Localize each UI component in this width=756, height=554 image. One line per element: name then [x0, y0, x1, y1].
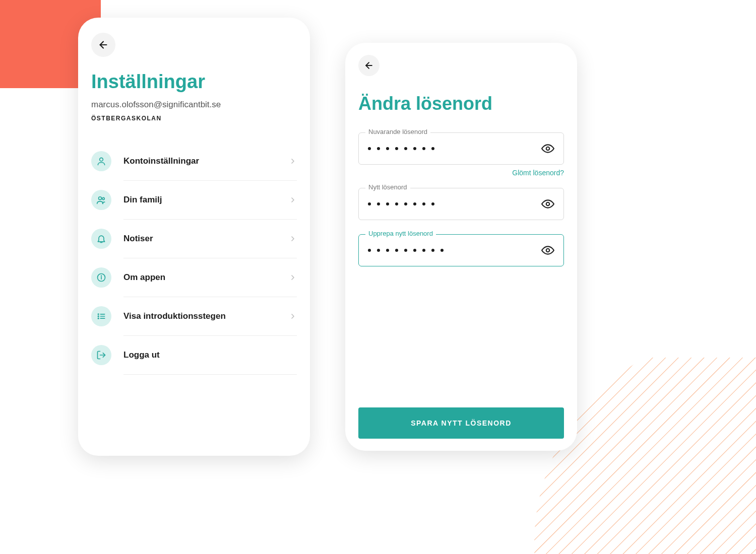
- divider: [123, 374, 297, 375]
- menu-item-account[interactable]: Kontoinställningar: [91, 142, 297, 180]
- current-password-wrap: Nuvarande lösenord: [358, 132, 564, 165]
- menu-item-about[interactable]: Om appen: [91, 258, 297, 297]
- menu-item-intro[interactable]: Visa introduktionsstegen: [91, 297, 297, 335]
- toggle-visibility-button[interactable]: [541, 142, 554, 155]
- field-label: Nytt lösenord: [365, 183, 410, 191]
- eye-icon: [541, 142, 554, 155]
- user-email: marcus.olofsson@significantbit.se: [91, 100, 297, 110]
- password-dots: [368, 202, 541, 205]
- svg-point-4: [99, 197, 102, 200]
- svg-point-18: [546, 202, 550, 206]
- repeat-password-input[interactable]: [358, 234, 564, 266]
- page-title: Ändra lösenord: [358, 93, 564, 114]
- toggle-visibility-button[interactable]: [541, 244, 554, 257]
- page-title: Inställningar: [91, 71, 297, 93]
- svg-point-5: [102, 197, 104, 199]
- chevron-right-icon: [289, 196, 297, 204]
- chevron-right-icon: [289, 235, 297, 243]
- bell-icon: [91, 229, 111, 249]
- list-icon: [91, 306, 111, 326]
- chevron-right-icon: [289, 157, 297, 165]
- password-form: Nuvarande lösenord Glömt lösenord? Nytt …: [358, 132, 564, 281]
- user-icon: [91, 151, 111, 171]
- new-password-wrap: Nytt lösenord: [358, 188, 564, 220]
- eye-icon: [541, 244, 554, 257]
- menu-item-logout[interactable]: Logga ut: [91, 336, 297, 374]
- password-dots: [368, 147, 541, 150]
- logout-icon: [91, 345, 111, 365]
- change-password-screen: Ändra lösenord Nuvarande lösenord Glömt …: [345, 43, 577, 451]
- password-dots: [368, 249, 541, 252]
- menu-label: Visa introduktionsstegen: [123, 311, 289, 321]
- menu-label: Logga ut: [123, 350, 297, 360]
- menu-item-family[interactable]: Din familj: [91, 181, 297, 219]
- save-password-button[interactable]: SPARA NYTT LÖSENORD: [358, 407, 564, 439]
- eye-icon: [541, 197, 554, 211]
- back-button[interactable]: [358, 55, 380, 76]
- toggle-visibility-button[interactable]: [541, 197, 554, 211]
- menu-label: Din familj: [123, 195, 289, 205]
- field-label: Nuvarande lösenord: [365, 128, 430, 135]
- svg-point-11: [98, 318, 99, 319]
- chevron-right-icon: [289, 273, 297, 282]
- svg-point-19: [546, 249, 550, 252]
- settings-menu: Kontoinställningar Din familj Notiser Om…: [91, 142, 297, 375]
- svg-point-17: [546, 147, 550, 151]
- arrow-left-icon: [98, 39, 109, 50]
- field-label: Upprepa nytt lösenord: [365, 230, 436, 237]
- school-name: ÖSTBERGASKOLAN: [91, 115, 297, 122]
- info-icon: [91, 267, 111, 288]
- menu-label: Kontoinställningar: [123, 156, 289, 166]
- menu-label: Notiser: [123, 234, 289, 244]
- menu-item-notifications[interactable]: Notiser: [91, 220, 297, 258]
- menu-label: Om appen: [123, 272, 289, 283]
- new-password-input[interactable]: [358, 188, 564, 220]
- settings-screen: Inställningar marcus.olofsson@significan…: [78, 18, 310, 456]
- forgot-password-link[interactable]: Glömt lösenord?: [358, 169, 564, 177]
- svg-point-9: [98, 314, 99, 315]
- svg-point-8: [101, 275, 102, 276]
- arrow-left-icon: [364, 60, 374, 71]
- repeat-password-wrap: Upprepa nytt lösenord: [358, 234, 564, 266]
- back-button[interactable]: [91, 33, 115, 57]
- svg-point-10: [98, 316, 99, 317]
- svg-point-3: [100, 158, 103, 161]
- users-icon: [91, 190, 111, 210]
- current-password-input[interactable]: [358, 132, 564, 165]
- chevron-right-icon: [289, 312, 297, 320]
